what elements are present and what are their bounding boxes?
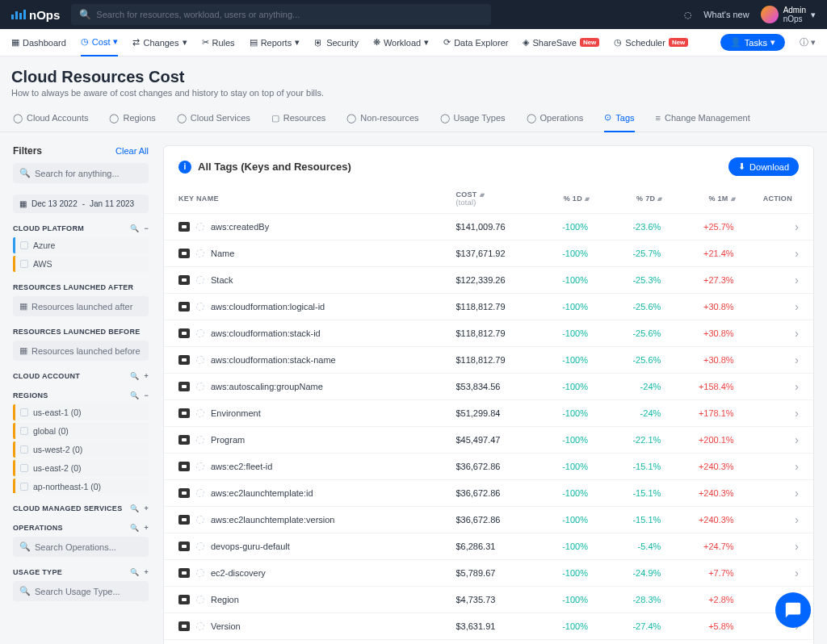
subtab-operations[interactable]: ◯Operations — [527, 112, 584, 132]
expand-icon[interactable]: + — [144, 372, 149, 380]
filter-search-input[interactable]: 🔍 Search for anything... — [13, 163, 149, 183]
nav-data-explorer[interactable]: ⟳Data Explorer — [443, 29, 508, 56]
key-name: aws:ec2:fleet-id — [211, 462, 272, 471]
tasks-button[interactable]: 👤Tasks▾ — [720, 34, 785, 51]
key-name: Region — [211, 595, 239, 604]
filter-region-item[interactable]: us-west-2 (0) — [13, 441, 149, 458]
nav-rules[interactable]: ✂Rules — [202, 29, 235, 56]
subtab-tags[interactable]: ⊙Tags — [604, 112, 634, 132]
nav-security[interactable]: ⛨Security — [314, 29, 359, 56]
logo[interactable]: nOps — [11, 8, 60, 22]
expand-icon[interactable]: + — [144, 504, 149, 512]
help-icon[interactable]: ⓘ ▾ — [800, 36, 816, 48]
tag-key-icon — [178, 249, 190, 258]
subtab-resources[interactable]: ▢Resources — [271, 112, 326, 132]
chevron-right-icon[interactable]: › — [795, 407, 799, 420]
search-icon[interactable]: 🔍 — [130, 568, 139, 576]
search-icon[interactable]: 🔍 — [130, 524, 139, 532]
expand-icon[interactable]: + — [144, 524, 149, 532]
search-icon[interactable]: 🔍 — [130, 372, 139, 380]
table-row[interactable]: Program$45,497.47-100%-22.1%+200.1%› — [164, 427, 813, 454]
subtab-cloud-services[interactable]: ◯Cloud Services — [177, 112, 250, 132]
pct-7d: -24% — [602, 400, 675, 427]
operations-search-input[interactable]: 🔍Search Operations... — [13, 537, 149, 557]
chat-fab[interactable] — [775, 592, 811, 628]
table-row[interactable]: aws:ec2launchtemplate:id$36,672.86-100%-… — [164, 480, 813, 507]
chevron-right-icon[interactable]: › — [795, 220, 799, 233]
nav-reports[interactable]: ▤Reports▾ — [250, 29, 300, 56]
table-row[interactable]: Version$3,631.91-100%-27.4%+5.8%› — [164, 613, 813, 640]
chevron-right-icon[interactable]: › — [795, 300, 799, 313]
chevron-right-icon[interactable]: › — [795, 487, 799, 500]
chevron-right-icon[interactable]: › — [795, 247, 799, 260]
calendar-icon: ▦ — [19, 345, 27, 356]
table-row[interactable]: Stack$122,339.26-100%-25.3%+27.3%› — [164, 267, 813, 294]
subtab-cloud-accounts[interactable]: ◯Cloud Accounts — [13, 112, 88, 132]
chevron-right-icon[interactable]: › — [795, 353, 799, 366]
table-row[interactable]: devops-guru-default$6,286.31-100%-5.4%+2… — [164, 533, 813, 560]
search-icon[interactable]: 🔍 — [130, 224, 139, 232]
user-menu[interactable]: Admin nOps ▾ — [761, 6, 816, 23]
col-1d[interactable]: % 1D▴▾ — [530, 184, 602, 214]
table-row[interactable]: Region$4,735.73-100%-28.3%+2.8%› — [164, 587, 813, 613]
filter-region-item[interactable]: global (0) — [13, 423, 149, 439]
table-row[interactable]: aws:ec2launchtemplate:version$36,672.86-… — [164, 507, 813, 533]
subtab-change-management[interactable]: ≡Change Management — [656, 112, 750, 132]
chevron-right-icon[interactable]: › — [795, 460, 799, 473]
col-cost[interactable]: COST▴▾(total) — [441, 184, 529, 214]
chevron-right-icon[interactable]: › — [795, 513, 799, 526]
table-row[interactable]: Environment$51,299.84-100%-24%+178.1%› — [164, 400, 813, 427]
key-name: ec2-discovery — [211, 568, 266, 578]
table-row[interactable]: aws:autoscaling:groupName$53,834.56-100%… — [164, 374, 813, 400]
usage-type-search-input[interactable]: 🔍Search Usage Type... — [13, 581, 149, 601]
table-row[interactable]: ec2-discovery$5,789.67-100%-24.9%+7.7%› — [164, 560, 813, 587]
nav-cost[interactable]: ◷Cost▾ — [81, 29, 119, 56]
table-row[interactable]: aws:createdBy$141,009.76-100%-23.6%+25.7… — [164, 214, 813, 240]
page-header: Cloud Resources Cost How to always be aw… — [0, 56, 827, 101]
table-row[interactable]: Name$137,671.92-100%-25.7%+21.4%› — [164, 240, 813, 267]
chevron-right-icon[interactable]: › — [795, 380, 799, 393]
download-button[interactable]: ⬇ Download — [728, 157, 799, 176]
subtab-usage-types[interactable]: ◯Usage Types — [440, 112, 506, 132]
resources-after-input[interactable]: ▦Resources launched after — [13, 296, 149, 316]
nav-scheduler[interactable]: ◷SchedulerNew — [614, 29, 688, 56]
filter-region-item[interactable]: us-east-1 (0) — [13, 404, 149, 420]
search-icon[interactable]: 🔍 — [130, 391, 139, 399]
col-1m[interactable]: % 1M▴▾ — [675, 184, 748, 214]
table-row[interactable]: aws:ec2:fleet-id$36,672.86-100%-15.1%+24… — [164, 454, 813, 480]
subtab-regions[interactable]: ◯Regions — [109, 112, 155, 132]
table-row[interactable]: aws:cloudformation:logical-id$118,812.79… — [164, 294, 813, 320]
filter-region-item[interactable]: ap-northeast-1 (0) — [13, 479, 149, 493]
nav-changes[interactable]: ⇄Changes▾ — [132, 29, 187, 56]
clear-all-link[interactable]: Clear All — [115, 146, 149, 156]
filter-region-item[interactable]: us-east-2 (0) — [13, 460, 149, 476]
filter-platform-aws[interactable]: AWS — [13, 256, 149, 272]
search-icon[interactable]: 🔍 — [130, 504, 139, 512]
date-range-picker[interactable]: ▦ Dec 13 2022 - Jan 11 2023 — [13, 194, 149, 213]
col-7d[interactable]: % 7D▴▾ — [602, 184, 675, 214]
table-row[interactable]: aws:cloudformation:stack-id$118,812.79-1… — [164, 320, 813, 347]
services-icon: ◯ — [177, 113, 187, 123]
subtab-non-resources[interactable]: ◯Non-resources — [346, 112, 418, 132]
resources-before-input[interactable]: ▦Resources launched before — [13, 341, 149, 361]
filter-platform-azure[interactable]: Azure — [13, 237, 149, 253]
table-row[interactable]: elasticbeanstalk:environment-id$3,194.70… — [164, 640, 813, 645]
nav-sharesave[interactable]: ◈ShareSaveNew — [523, 29, 599, 56]
nav-dashboard[interactable]: ▦Dashboard — [11, 29, 66, 56]
chevron-down-icon: ▾ — [113, 36, 118, 47]
collapse-icon[interactable]: − — [144, 224, 149, 232]
chevron-right-icon[interactable]: › — [795, 540, 799, 553]
global-search[interactable]: 🔍 Search for resources, workload, users … — [71, 4, 491, 25]
whats-new-link[interactable]: What's new — [703, 10, 749, 19]
chevron-right-icon[interactable]: › — [795, 433, 799, 446]
collapse-icon[interactable]: − — [144, 391, 149, 399]
info-icon[interactable]: i — [178, 161, 191, 174]
table-row[interactable]: aws:cloudformation:stack-name$118,812.79… — [164, 347, 813, 374]
col-key[interactable]: KEY NAME — [164, 184, 441, 214]
page-title: Cloud Resources Cost — [11, 68, 816, 86]
nav-workload[interactable]: ❋Workload▾ — [373, 29, 429, 56]
chevron-right-icon[interactable]: › — [795, 327, 799, 340]
chevron-right-icon[interactable]: › — [795, 567, 799, 579]
chevron-right-icon[interactable]: › — [795, 274, 799, 286]
expand-icon[interactable]: + — [144, 568, 149, 576]
